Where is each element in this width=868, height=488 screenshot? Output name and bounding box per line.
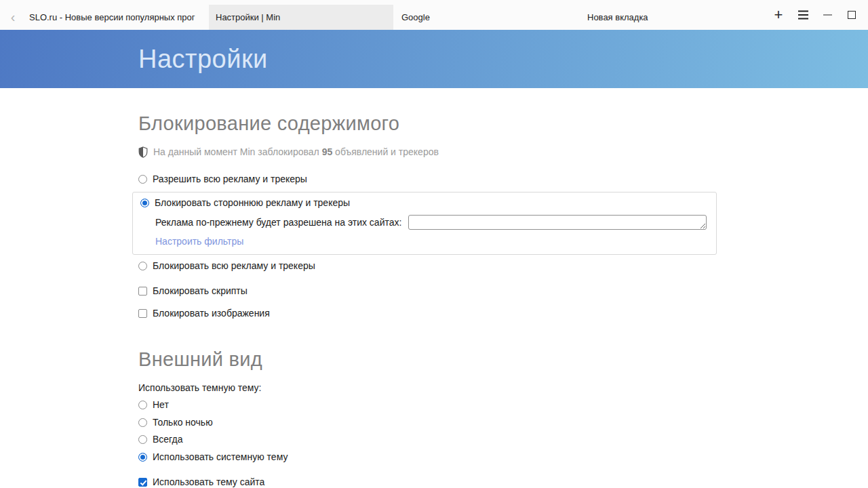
content-blocking-heading: Блокирование содержимого <box>138 111 841 136</box>
blocked-status-text: На данный момент Min заблокировал 95 объ… <box>153 146 439 157</box>
third-party-blocking-panel: Блокировать стороннюю рекламу и трекеры … <box>132 192 717 255</box>
blocked-status-row: На данный момент Min заблокировал 95 объ… <box>138 145 841 159</box>
appearance-heading: Внешний вид <box>138 347 841 371</box>
radio-label: Использовать системную тему <box>153 451 288 462</box>
ad-exceptions-input[interactable] <box>408 215 707 230</box>
radio-block-third-party[interactable]: Блокировать стороннюю рекламу и трекеры <box>140 196 716 209</box>
ad-exceptions-label: Реклама по-прежнему будет разрешена на э… <box>155 217 401 228</box>
minimize-icon <box>823 14 832 16</box>
menu-icon <box>798 14 808 16</box>
settings-hero-banner: Настройки <box>0 30 868 88</box>
window-controls: + <box>766 0 868 30</box>
radio-dark-theme-night-only[interactable]: Только ночью <box>138 415 841 429</box>
shield-icon <box>138 146 148 158</box>
radio-circle-checked-icon <box>138 453 147 462</box>
tab-label: Google <box>401 12 430 22</box>
tab-google[interactable]: Google <box>393 5 578 30</box>
minimize-button[interactable] <box>815 3 840 28</box>
radio-block-all-ads[interactable]: Блокировать всю рекламу и трекеры <box>138 259 841 272</box>
back-icon: ‹ <box>11 9 16 25</box>
radio-label: Всегда <box>153 434 183 445</box>
radio-circle-icon <box>138 418 147 427</box>
radio-label: Только ночью <box>153 417 213 428</box>
checkbox-icon <box>138 309 147 318</box>
page-title: Настройки <box>138 45 268 74</box>
back-button[interactable]: ‹ <box>0 5 26 30</box>
tab-new-tab[interactable]: Новая вкладка <box>578 5 762 30</box>
maximize-button[interactable] <box>840 3 864 28</box>
tab-bar: ‹ SLO.ru - Новые версии популярных прог … <box>0 0 868 30</box>
ad-exceptions-row: Реклама по-прежнему будет разрешена на э… <box>155 214 716 230</box>
radio-dark-theme-no[interactable]: Нет <box>138 398 841 411</box>
checkbox-icon <box>138 287 147 296</box>
radio-label: Блокировать всю рекламу и трекеры <box>153 260 315 271</box>
tab-settings-active[interactable]: Настройки | Min <box>209 5 393 30</box>
radio-label: Нет <box>153 399 169 410</box>
checkbox-use-site-theme[interactable]: Использовать тему сайта <box>138 475 841 488</box>
new-tab-button[interactable]: + <box>766 3 791 28</box>
radio-circle-checked-icon <box>140 199 149 207</box>
radio-circle-icon <box>138 435 147 444</box>
radio-label: Блокировать стороннюю рекламу и трекеры <box>155 197 350 208</box>
radio-circle-icon <box>138 401 147 409</box>
maximize-icon <box>848 11 856 19</box>
checkbox-block-images[interactable]: Блокировать изображения <box>138 306 841 320</box>
radio-allow-all-ads[interactable]: Разрешить всю рекламу и трекеры <box>138 172 841 186</box>
plus-icon: + <box>774 7 783 22</box>
radio-dark-theme-system[interactable]: Использовать системную тему <box>138 450 841 464</box>
radio-label: Разрешить всю рекламу и трекеры <box>153 174 307 184</box>
menu-button[interactable] <box>791 3 815 28</box>
dark-theme-label: Использовать темную тему: <box>138 381 841 394</box>
checkbox-label: Блокировать изображения <box>153 308 270 319</box>
settings-content: Блокирование содержимого На данный момен… <box>0 111 868 488</box>
checkbox-label: Использовать тему сайта <box>153 476 264 487</box>
checkbox-checked-icon <box>138 478 147 487</box>
checkbox-block-scripts[interactable]: Блокировать скрипты <box>138 284 841 298</box>
checkbox-label: Блокировать скрипты <box>153 285 248 296</box>
tab-label: SLO.ru - Новые версии популярных прог <box>29 12 195 22</box>
radio-dark-theme-always[interactable]: Всегда <box>138 432 841 446</box>
blocked-count: 95 <box>322 146 333 157</box>
radio-circle-icon <box>138 262 147 270</box>
tab-label: Новая вкладка <box>587 12 648 22</box>
tab-slo-ru[interactable]: SLO.ru - Новые версии популярных прог <box>26 5 209 30</box>
radio-circle-icon <box>138 175 147 184</box>
tab-label: Настройки | Min <box>216 12 280 22</box>
configure-filters-link[interactable]: Настроить фильтры <box>155 235 716 248</box>
